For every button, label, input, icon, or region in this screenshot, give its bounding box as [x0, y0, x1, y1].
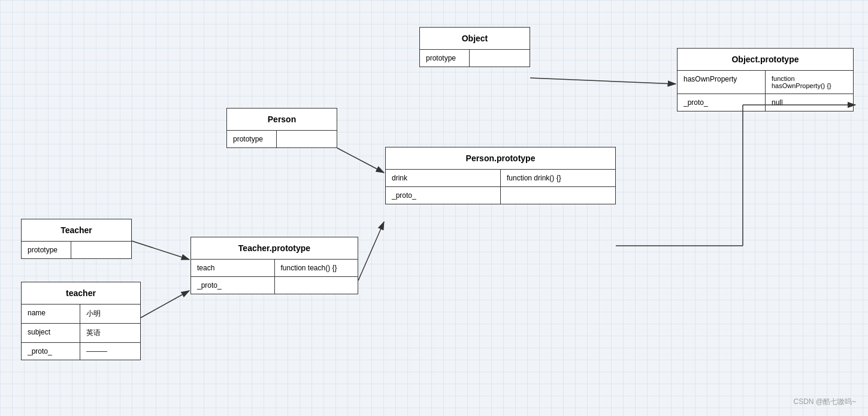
object-prototype-title: Object.prototype: [678, 49, 853, 71]
teacher-box: Teacher prototype: [21, 219, 132, 259]
object-prototype-value: [470, 50, 530, 67]
teacher-proto-value: [275, 277, 358, 294]
object-prototype-row-hasown: hasOwnProperty functionhasOwnProperty() …: [678, 71, 853, 94]
teacher-instance-box: teacher name 小明 subject 英语 _proto_: [21, 282, 141, 360]
teacher-title: Teacher: [22, 219, 131, 242]
object-prototype-row-proto: _proto_ null: [678, 94, 853, 111]
teacherproto-to-personproto-arrow: [358, 222, 384, 281]
hasownproperty-label: hasOwnProperty: [678, 71, 766, 94]
teacher-proto-label: _proto_: [191, 277, 275, 294]
object-box: Object prototype: [419, 27, 530, 67]
person-prototype-label: prototype: [227, 131, 277, 147]
teacher-instance-title: teacher: [22, 282, 140, 305]
subject-label: subject: [22, 324, 80, 342]
name-value: 小明: [80, 305, 140, 323]
teacher-prototype-value: [71, 242, 131, 258]
person-prototype-title: Person.prototype: [386, 147, 615, 170]
teacher-instance-row-proto: _proto_: [22, 343, 140, 360]
teacher-instance-row-subject: subject 英语: [22, 324, 140, 343]
person-proto-value: [501, 187, 615, 204]
object-prototype-label: prototype: [420, 50, 470, 67]
person-prototype-box: Person.prototype drink function drink() …: [385, 147, 616, 204]
person-row-prototype: prototype: [227, 131, 337, 147]
drink-label: drink: [386, 170, 501, 186]
person-to-personprototype-arrow: [337, 148, 384, 173]
teach-value: function teach() {}: [275, 260, 358, 276]
object-title: Object: [420, 28, 530, 50]
teacher-prototype-row-teach: teach function teach() {}: [191, 260, 358, 277]
person-proto-label: _proto_: [386, 187, 501, 204]
teacher-instance-row-name: name 小明: [22, 305, 140, 324]
object-row-prototype: prototype: [420, 50, 530, 67]
object-to-objectprototype-arrow: [530, 78, 676, 84]
teacher-prototype-box: Teacher.prototype teach function teach()…: [190, 237, 358, 294]
object-proto-label: _proto_: [678, 94, 766, 111]
instance-proto-value: [80, 343, 140, 360]
teacher-prototype-label: prototype: [22, 242, 71, 258]
object-proto-value: null: [766, 94, 853, 111]
teacher-to-teacherprototype-arrow: [132, 241, 189, 260]
person-prototype-row-drink: drink function drink() {}: [386, 170, 615, 187]
object-prototype-box: Object.prototype hasOwnProperty function…: [677, 48, 854, 111]
teacher-row-prototype: prototype: [22, 242, 131, 258]
instance-proto-label: _proto_: [22, 343, 80, 360]
hasownproperty-value: functionhasOwnProperty() {}: [766, 71, 853, 94]
watermark: CSDN @酷七嗷呜~: [793, 397, 856, 407]
person-prototype-value: [277, 131, 337, 147]
instance-to-teacherprototype-arrow: [141, 291, 189, 318]
teach-label: teach: [191, 260, 275, 276]
drink-value: function drink() {}: [501, 170, 615, 186]
diagram-container: Object prototype Object.prototype hasOwn…: [0, 0, 868, 416]
name-label: name: [22, 305, 80, 323]
person-box: Person prototype: [226, 108, 337, 148]
subject-value: 英语: [80, 324, 140, 342]
teacher-prototype-row-proto: _proto_: [191, 277, 358, 294]
person-title: Person: [227, 108, 337, 131]
person-prototype-row-proto: _proto_: [386, 187, 615, 204]
teacher-prototype-title: Teacher.prototype: [191, 237, 358, 260]
